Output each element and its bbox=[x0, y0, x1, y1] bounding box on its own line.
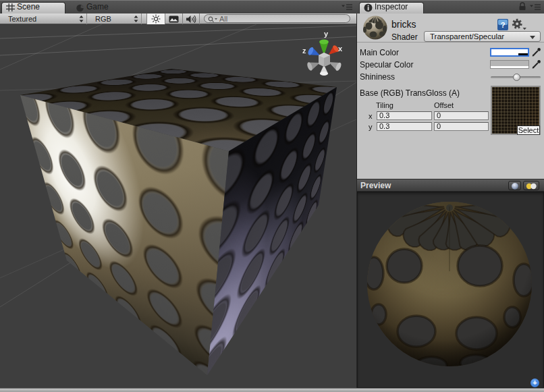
svg-text:x: x bbox=[338, 45, 343, 53]
svg-text:?: ? bbox=[501, 21, 506, 29]
svg-text:y: y bbox=[324, 30, 329, 38]
svg-text:z: z bbox=[302, 47, 306, 55]
